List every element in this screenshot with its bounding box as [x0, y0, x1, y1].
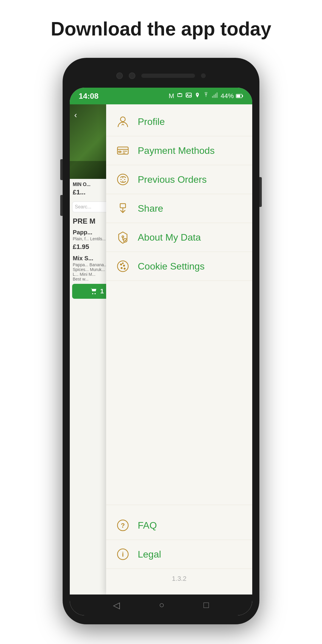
side-drawer: Profile Payme — [106, 104, 252, 595]
cookie-label: Cookie Settings — [138, 261, 205, 272]
menu-item-data[interactable]: About My Data — [106, 223, 252, 252]
wifi-icon — [203, 92, 209, 100]
speaker-bar — [141, 74, 195, 78]
camera-lens-right — [129, 72, 135, 79]
menu-item-payment[interactable]: Payment Methods — [106, 136, 252, 165]
recents-nav-icon[interactable]: □ — [203, 600, 209, 610]
svg-text:i: i — [122, 551, 124, 558]
svg-text:?: ? — [121, 522, 125, 529]
search-placeholder: Searc... — [75, 204, 91, 210]
menu-item-faq[interactable]: ? FAQ — [106, 511, 252, 540]
volume-down-button[interactable] — [60, 195, 63, 216]
svg-point-11 — [92, 293, 93, 294]
svg-rect-10 — [242, 95, 243, 97]
drawer-menu-items: Profile Payme — [106, 104, 252, 308]
orders-icon — [115, 172, 131, 187]
menu-item-cookies[interactable]: Cookie Settings — [106, 252, 252, 281]
orders-label: Previous Orders — [138, 174, 207, 185]
svg-rect-16 — [119, 151, 121, 152]
profile-icon — [115, 114, 131, 129]
camera-lens-left — [116, 72, 123, 79]
svg-point-29 — [120, 264, 122, 265]
drawer-spacer — [106, 308, 252, 505]
back-icon[interactable]: ‹ — [74, 110, 77, 120]
svg-point-13 — [120, 117, 125, 122]
drawer-bottom-items: ? FAQ i Legal — [106, 505, 252, 595]
svg-point-32 — [124, 268, 125, 269]
profile-label: Profile — [138, 116, 165, 127]
svg-rect-5 — [213, 95, 215, 98]
svg-rect-9 — [237, 95, 240, 97]
data-label: About My Data — [138, 232, 201, 243]
svg-rect-1 — [179, 93, 181, 94]
faq-icon: ? — [115, 518, 131, 533]
back-nav-icon[interactable]: ◁ — [113, 600, 120, 610]
image-icon — [185, 92, 192, 100]
payment-label: Payment Methods — [138, 145, 215, 156]
svg-point-12 — [95, 293, 96, 294]
svg-rect-6 — [215, 94, 216, 98]
svg-rect-24 — [120, 204, 126, 208]
menu-item-profile[interactable]: Profile — [106, 107, 252, 136]
legal-icon: i — [115, 547, 131, 562]
status-bar: 14:08 M — [70, 88, 252, 104]
signal-icon — [212, 92, 218, 100]
volume-up-button[interactable] — [60, 159, 63, 180]
svg-point-33 — [123, 263, 123, 264]
phone-device: 14:08 M — [63, 58, 259, 624]
legal-label: Legal — [138, 549, 161, 560]
app-content: ‹ MIN O... £1... Searc... PRE M Papp... … — [70, 104, 252, 595]
power-button[interactable] — [259, 177, 262, 207]
home-nav-icon[interactable]: ○ — [159, 600, 164, 610]
svg-rect-4 — [212, 96, 213, 98]
version-label: 1.3.2 — [106, 569, 252, 589]
payment-icon — [115, 143, 131, 158]
svg-point-30 — [123, 265, 125, 266]
sensor-dot — [201, 73, 206, 78]
svg-point-19 — [117, 174, 128, 185]
svg-point-26 — [122, 236, 124, 238]
menu-item-legal[interactable]: i Legal — [106, 540, 252, 569]
svg-rect-2 — [186, 93, 191, 97]
share-icon — [115, 201, 131, 216]
page-title: Download the app today — [39, 18, 283, 40]
location-icon — [194, 92, 200, 100]
cookie-icon — [115, 258, 131, 274]
data-icon — [115, 230, 131, 245]
menu-item-orders[interactable]: Previous Orders — [106, 165, 252, 194]
battery-percentage: 44% — [221, 92, 234, 100]
battery-icon — [236, 92, 243, 100]
phone-nav-bar: ◁ ○ □ — [70, 595, 252, 615]
notification-icon — [177, 92, 183, 100]
gmail-icon: M — [169, 92, 174, 100]
phone-sensors — [70, 67, 252, 85]
menu-item-share[interactable]: Share — [106, 194, 252, 223]
svg-rect-7 — [216, 92, 218, 98]
share-label: Share — [138, 203, 163, 214]
svg-point-31 — [121, 267, 122, 269]
faq-label: FAQ — [138, 520, 157, 531]
phone-screen: 14:08 M — [70, 88, 252, 615]
cart-count: 1 — [100, 287, 104, 295]
status-time: 14:08 — [79, 92, 99, 101]
status-icons: M — [169, 92, 243, 100]
